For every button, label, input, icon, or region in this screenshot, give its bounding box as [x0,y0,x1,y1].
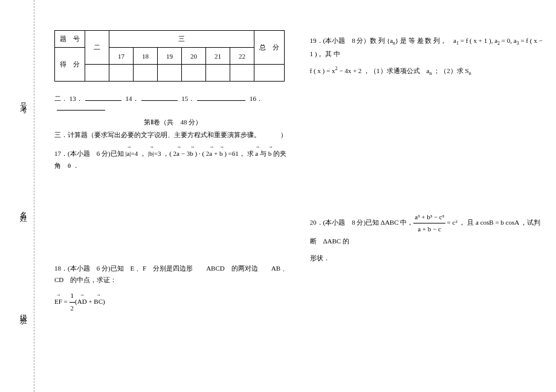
problem-20: 20．(本小题 8 分)已知 ΔABC 中，a³ + b³ − c³a + b … [310,211,548,265]
cell-blank [158,65,182,82]
cell-num: 21 [206,48,230,65]
problem-19: 19．(本小题 8 分）数 列 {an} 是 等 差 数 列， a1 = f (… [310,35,548,79]
problem-17: 17．(本小题 6 分)已知 |a|=4 ， |b|=3 ，( 2a − 3b … [54,148,292,172]
p19-a: 19．(本小题 8 分）数 列 {a [310,37,393,44]
table-row: 题 号 二 三 总 分 [55,31,285,48]
q16-label: 16． [250,95,263,102]
vector-b: b [268,148,272,160]
right-column: 19．(本小题 8 分）数 列 {an} 是 等 差 数 列， a1 = f (… [301,0,557,392]
p18-rp: ) [103,298,105,305]
p19-d: = 0, a [500,37,517,44]
blank-13 [85,94,121,101]
frac-den: a + b − c [413,223,445,236]
blank-16 [57,103,105,111]
frac-den: 2 [70,303,76,315]
p17-m4: ) · ( 2 [193,150,210,157]
p18-eq: = [62,298,70,305]
page-content: 题 号 二 三 总 分 得 分 17 18 19 20 21 22 [45,0,556,392]
vector-ad: AD [77,296,87,308]
vector-ef: EF [54,296,62,308]
cell-blank [109,65,134,82]
q13-label: 13． [70,95,83,102]
p19-l2b: − 4x + 2 ，（1）求通项公式 a [337,67,429,74]
cell-blank [206,65,230,82]
vector-b: b [149,148,153,160]
binding-dashed-line [34,0,34,392]
blank-14 [141,94,178,101]
p19-b: } 是 等 差 数 列， a [395,37,456,44]
p18-line1: 18．(本小题 6 分)已知 E 、F 分别是四边形 ABCD 的两对边 AB … [54,263,292,287]
cell-total: 总 分 [254,31,285,65]
vector-b: b [190,148,193,160]
binding-exam-no: 号考 [18,97,28,104]
problem-18: 18．(本小题 6 分)已知 E 、F 分别是四边形 ABCD 的两对边 AB … [54,263,292,315]
cell-num: 18 [134,48,158,65]
p17-m5: + [212,150,219,157]
p17-m1: |=4 ， | [129,150,149,157]
p17-head: 17．(本小题 6 分)已知 | [54,150,127,157]
p20-a: 20．(本小题 8 分)已知 ΔABC 中， [310,219,414,226]
q15-label: 15． [181,95,195,102]
cell-blank [254,65,285,82]
fraction-half: 12 [70,290,76,315]
cell-label-no: 题 号 [55,31,85,48]
cell-num: 17 [109,48,134,65]
section-two-fill: 二． 13． 14． 15． 16． [54,94,292,112]
cell-col-two: 二 [85,31,109,65]
vector-a: a [209,148,212,160]
fraction-p20: a³ + b³ − c³a + b − c [413,211,445,236]
section-two-prefix: 二． [54,95,68,102]
p19-l2a: f ( x ) = x [310,67,335,74]
vector-a: a [127,148,130,160]
binding-margin: 号考 名姓 级班 [0,0,36,392]
cell-blank [85,65,109,82]
blank-15 [197,94,245,101]
cell-num: 20 [182,48,206,65]
vector-a: a [255,148,258,160]
cell-num: 22 [230,48,254,65]
q14-label: 14． [126,95,139,102]
paper-info: 第Ⅱ卷（共 48 分） [54,118,292,127]
p19-sub-sn: n [469,71,471,76]
cell-num: 19 [158,48,182,65]
binding-name: 名姓 [18,205,28,213]
p18-plus: + [87,298,94,305]
frac-num: 1 [70,290,76,303]
frac-num: a³ + b³ − c³ [413,211,445,224]
left-column: 题 号 二 三 总 分 得 分 17 18 19 20 21 22 [45,0,301,392]
vector-bc: BC [94,296,103,308]
p17-m2: |=3 ，( 2 [153,150,177,157]
cell-blank [134,65,158,82]
p19-l2c: ；（2）求 S [432,67,469,74]
p17-m7: 与 [258,150,268,157]
p17-m3: − 3 [179,150,190,157]
section-three-heading: 三．计算题（要求写出必要的文字说明、主要方程式和重要演算步骤。 ） [54,130,292,140]
cell-blank [230,65,254,82]
p17-m6: ) =61， 求 [222,150,255,157]
p19-c: = f ( x + 1 ), a [459,37,497,44]
cell-blank [182,65,206,82]
binding-class: 级班 [18,308,28,315]
p20-line2: 形状． [310,252,548,265]
cell-col-three: 三 [109,31,254,48]
cell-label-score: 得 分 [55,48,85,82]
score-table: 题 号 二 三 总 分 得 分 17 18 19 20 21 22 [54,30,285,82]
table-row [55,65,285,82]
vector-a: a [176,148,179,160]
vector-b: b [219,148,223,160]
